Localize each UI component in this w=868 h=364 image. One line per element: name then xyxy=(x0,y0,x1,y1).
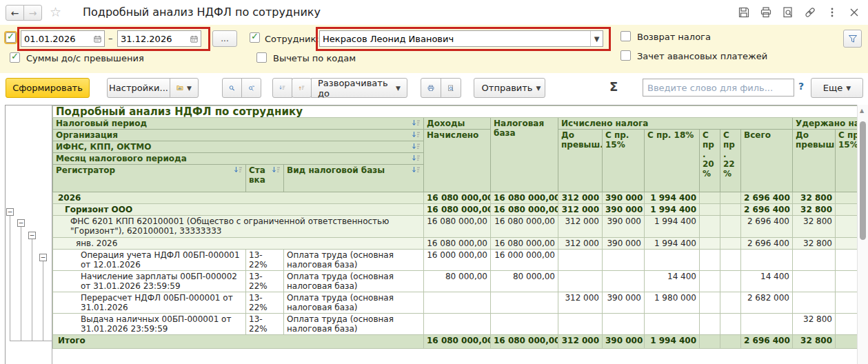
header-calculated[interactable]: Исчислено налога xyxy=(558,118,793,130)
header-total[interactable]: Всего xyxy=(741,130,793,192)
window-header: ← → ☆ Подробный анализ НДФЛ по сотрудник… xyxy=(0,0,868,25)
sums-checkbox[interactable] xyxy=(10,52,20,63)
period-variants-button[interactable]: ... xyxy=(212,30,237,47)
header-rate[interactable]: Ставка xyxy=(246,165,284,192)
back-button[interactable]: ← xyxy=(6,5,24,21)
collapse-toggle-ifns[interactable]: − xyxy=(28,232,36,239)
header-ifns[interactable]: ИФНС, КПП, ОКТМО xyxy=(53,141,424,153)
sort-icon[interactable] xyxy=(412,119,421,127)
header-rate-18[interactable]: С пр. 18% xyxy=(645,130,700,192)
deductions-checkbox[interactable] xyxy=(256,52,267,63)
expand-down-icon xyxy=(279,83,285,92)
settings-button[interactable]: Настройки... xyxy=(107,78,170,98)
arrow-right-icon: → xyxy=(29,8,37,19)
expand-to-dropdown[interactable]: Разворачивать до ▼ xyxy=(311,78,407,98)
expand-rows-button[interactable] xyxy=(272,78,292,98)
sort-icon[interactable] xyxy=(412,154,421,162)
print-icon[interactable] xyxy=(759,6,773,19)
sort-icon[interactable] xyxy=(412,166,421,174)
header-withheld-before[interactable]: До превыш. xyxy=(793,130,836,192)
employee-input[interactable] xyxy=(320,34,590,44)
group-label[interactable]: ФНС 6201 КПП 620100001 (Общество с огран… xyxy=(53,216,424,238)
vertical-scrollbar[interactable]: ▲ xyxy=(857,105,868,364)
sort-icon[interactable] xyxy=(272,166,281,174)
search-next-button[interactable] xyxy=(241,78,261,98)
favorite-star-icon[interactable]: ☆ xyxy=(50,4,61,19)
advance-checkbox[interactable] xyxy=(620,50,631,61)
header-tax-base[interactable]: Налоговая база xyxy=(491,118,558,192)
header-tax-period[interactable]: Налоговый период xyxy=(53,118,424,130)
registrar-cell[interactable]: Начисление зарплаты 00БП-000002 от 31.01… xyxy=(53,271,246,292)
group-label[interactable]: 2026 xyxy=(53,192,424,204)
row-doc-operation[interactable]: Операция учета НДФЛ 00БП-000001 от 12.01… xyxy=(53,250,858,271)
header-withheld-15[interactable]: С пр. 15% xyxy=(836,130,858,192)
header-rate-15[interactable]: С пр. 15% xyxy=(603,130,645,192)
collapse-rows-button[interactable] xyxy=(292,78,312,98)
registrar-cell[interactable]: Операция учета НДФЛ 00БП-000001 от 12.01… xyxy=(53,250,246,271)
report-area: − − − − Подробный анализ НДФЛ по сотрудн… xyxy=(5,105,858,364)
sum-sigma-button[interactable]: Σ xyxy=(609,79,618,94)
preview-icon xyxy=(447,83,454,93)
print-preview-button[interactable] xyxy=(441,78,461,98)
print-preview-icon[interactable] xyxy=(781,6,795,19)
more-menu-icon[interactable] xyxy=(825,6,839,19)
scroll-up-icon[interactable]: ▲ xyxy=(860,108,864,114)
refund-checkbox[interactable] xyxy=(620,31,631,41)
row-ifns[interactable]: ФНС 6201 КПП 620100001 (Общество с огран… xyxy=(53,216,858,238)
header-income[interactable]: Доходы xyxy=(424,118,491,130)
period-checkbox[interactable] xyxy=(6,32,16,43)
more-actions-button[interactable]: Еще ▼ xyxy=(811,78,863,98)
search-button[interactable] xyxy=(222,78,242,98)
report-variants-button[interactable]: ▼ xyxy=(170,78,199,98)
scrollbar-thumb[interactable] xyxy=(860,121,866,240)
help-button[interactable]: ? xyxy=(798,81,804,92)
registrar-cell[interactable]: Выдача наличных 00БП-000001 от 31.01.202… xyxy=(53,314,246,335)
collapse-toggle-year[interactable]: − xyxy=(6,208,14,216)
grouping-gutter: − − − − xyxy=(6,105,52,364)
search-icon xyxy=(229,83,235,93)
sort-icon[interactable] xyxy=(412,143,421,150)
header-before-excess[interactable]: До превыш. xyxy=(558,130,603,192)
row-doc-recalc[interactable]: Перерасчет НДФЛ 00БП-000001 от 31.01.202… xyxy=(53,292,858,314)
header-rate-20[interactable]: С пр. 20% xyxy=(700,130,720,192)
row-doc-payroll[interactable]: Начисление зарплаты 00БП-000002 от 31.01… xyxy=(53,271,858,292)
forward-button[interactable]: → xyxy=(23,5,42,21)
close-icon[interactable] xyxy=(847,6,861,19)
header-rate-22[interactable]: С пр. 22% xyxy=(720,130,741,192)
employee-label: Сотрудник: xyxy=(265,34,319,44)
header-withheld[interactable]: Удержано налога xyxy=(793,118,858,130)
calendar-icon[interactable] xyxy=(187,31,201,46)
header-base-kind[interactable]: Вид налоговой базы xyxy=(284,165,424,192)
link-icon[interactable] xyxy=(803,6,817,19)
row-month[interactable]: янв. 2026 16 080 000,00 16 080 000,00 31… xyxy=(53,238,858,250)
period-to-input[interactable] xyxy=(118,34,187,44)
sort-icon[interactable] xyxy=(412,131,421,139)
period-from-input[interactable] xyxy=(21,34,90,44)
row-doc-cash[interactable]: Выдача наличных 00БП-000001 от 31.01.202… xyxy=(53,314,858,335)
rate-cell: 13-22% xyxy=(246,250,284,271)
header-organization[interactable]: Организация xyxy=(53,130,424,141)
row-year-2026[interactable]: 2026 16 080 000,00 16 080 000,00 312 000… xyxy=(53,192,858,204)
base-kind-cell: Оплата труда (основная налоговая база) xyxy=(284,292,424,314)
header-registrar[interactable]: Регистратор xyxy=(53,165,246,192)
group-label[interactable]: янв. 2026 xyxy=(53,238,424,250)
print-button[interactable] xyxy=(421,78,441,98)
calendar-icon[interactable] xyxy=(90,31,104,46)
row-total[interactable]: Итого 16 080 000,00 16 080 000,00 312 00… xyxy=(53,335,858,349)
header-accrued[interactable]: Начислено xyxy=(424,130,491,192)
collapse-toggle-org[interactable]: − xyxy=(17,219,25,227)
row-organization[interactable]: Горизонт ООО 16 080 000,00 16 080 000,00… xyxy=(53,204,858,216)
collapse-toggle-month[interactable]: − xyxy=(39,254,47,261)
report-table: Подробный анализ НДФЛ по сотруднику Нало… xyxy=(52,105,858,349)
save-icon[interactable] xyxy=(737,6,751,19)
employee-checkbox[interactable] xyxy=(250,32,260,43)
generate-button[interactable]: Сформировать xyxy=(6,78,90,98)
registrar-cell[interactable]: Перерасчет НДФЛ 00БП-000001 от 31.01.202… xyxy=(53,292,246,314)
filter-settings-button[interactable] xyxy=(843,30,862,48)
chevron-down-icon[interactable]: ▼ xyxy=(590,31,603,46)
sort-icon[interactable] xyxy=(234,166,243,174)
group-label[interactable]: Горизонт ООО xyxy=(53,204,424,216)
send-button[interactable]: Отправить ▼ xyxy=(474,78,545,98)
header-month[interactable]: Месяц налогового периода xyxy=(53,153,424,165)
quick-filter-input[interactable] xyxy=(643,79,794,96)
